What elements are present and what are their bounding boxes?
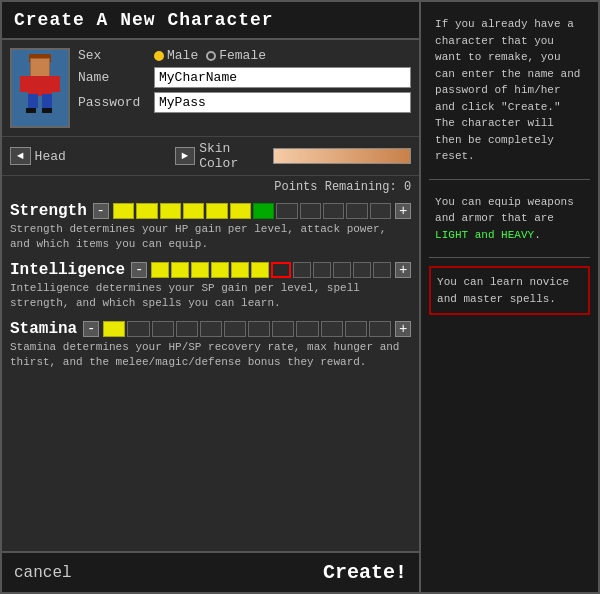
intelligence-bar [151, 262, 391, 278]
strength-bar [113, 203, 391, 219]
female-option[interactable]: Female [206, 48, 266, 63]
male-label: Male [167, 48, 198, 63]
create-button[interactable]: Create! [323, 561, 407, 584]
sex-label: Sex [78, 48, 148, 63]
intelligence-desc: Intelligence determines your SP gain per… [10, 281, 411, 312]
head-next-button[interactable]: ► [175, 147, 196, 165]
stamina-bar [103, 321, 391, 337]
strength-desc: Strength determines your HP gain per lev… [10, 222, 411, 253]
skin-color-bar[interactable] [273, 148, 411, 164]
password-row: Password [78, 92, 411, 113]
name-input[interactable] [154, 67, 411, 88]
info-box-equip: You can equip weapons and armor that are… [429, 188, 590, 250]
intelligence-minus-button[interactable]: - [131, 262, 147, 278]
divider-1 [429, 179, 590, 180]
sex-row: Sex Male Female [78, 48, 411, 63]
intelligence-block: Intelligence - + Intelligence determines… [10, 261, 411, 312]
skin-color-label: Skin Color [199, 141, 269, 171]
divider-2 [429, 257, 590, 258]
head-selector: ◄ Head ► Skin Color [2, 137, 419, 176]
name-label: Name [78, 70, 148, 85]
stamina-name: Stamina [10, 320, 77, 338]
stamina-minus-button[interactable]: - [83, 321, 99, 337]
intelligence-bar-container: - + [131, 262, 411, 278]
stamina-desc: Stamina determines your HP/SP recovery r… [10, 340, 411, 371]
page-title: Create A New Character [2, 2, 419, 40]
right-panel: If you already have a character that you… [419, 2, 598, 592]
head-label: Head [35, 149, 171, 164]
info-box-spells: You can learn novice and master spells. [429, 266, 590, 315]
cancel-button[interactable]: cancel [14, 564, 72, 582]
stats-section: Strength - + Strength determines your HP… [2, 198, 419, 551]
equip-highlight: LIGHT and HEAVY [435, 229, 534, 241]
female-radio[interactable] [206, 51, 216, 61]
sex-options[interactable]: Male Female [154, 48, 266, 63]
female-label: Female [219, 48, 266, 63]
strength-block: Strength - + Strength determines your HP… [10, 202, 411, 253]
password-label: Password [78, 95, 148, 110]
remake-info-text: If you already have a character that you… [435, 16, 584, 165]
stamina-bar-container: - + [83, 321, 411, 337]
equip-prefix: You can equip weapons and armor that are [435, 196, 574, 225]
password-input[interactable] [154, 92, 411, 113]
stamina-block: Stamina - + Stamina determines your HP/S… [10, 320, 411, 371]
strength-name: Strength [10, 202, 87, 220]
head-prev-button[interactable]: ◄ [10, 147, 31, 165]
avatar [10, 48, 70, 128]
strength-minus-button[interactable]: - [93, 203, 109, 219]
info-box-remake: If you already have a character that you… [429, 10, 590, 171]
stamina-plus-button[interactable]: + [395, 321, 411, 337]
spells-info-text: You can learn novice and master spells. [437, 274, 582, 307]
strength-plus-button[interactable]: + [395, 203, 411, 219]
intelligence-plus-button[interactable]: + [395, 262, 411, 278]
intelligence-name: Intelligence [10, 261, 125, 279]
bottom-bar: cancel Create! [2, 551, 419, 592]
points-remaining: Points Remaining: 0 [2, 176, 419, 198]
strength-bar-container: - + [93, 203, 411, 219]
male-radio[interactable] [154, 51, 164, 61]
equip-suffix: . [534, 229, 541, 241]
male-option[interactable]: Male [154, 48, 198, 63]
equip-info-text: You can equip weapons and armor that are… [435, 194, 584, 244]
name-row: Name [78, 67, 411, 88]
